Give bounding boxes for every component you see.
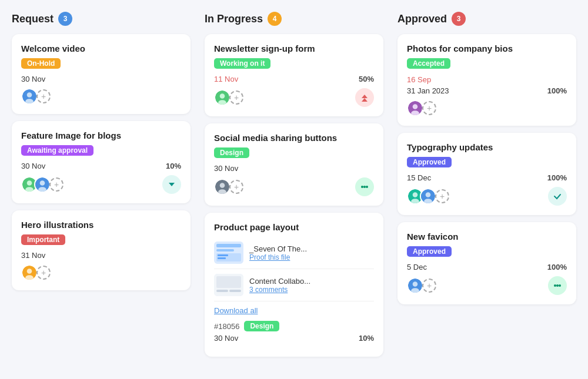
avatar xyxy=(21,264,38,281)
card-tag: Design xyxy=(214,147,249,158)
avatar xyxy=(420,188,436,204)
file-name: _Seven Of The... xyxy=(249,244,307,253)
column-title: In Progress xyxy=(205,13,263,25)
add-avatar-button[interactable]: + xyxy=(435,189,449,203)
column-title: Request xyxy=(12,13,54,25)
svg-point-35 xyxy=(413,192,418,197)
add-avatar-button[interactable]: + xyxy=(229,90,243,105)
date-row: 11 Nov 50% xyxy=(214,75,374,83)
card-feature-image: Feature Image for blogsAwaiting approval… xyxy=(12,121,191,203)
avatar xyxy=(21,88,38,105)
avatars-group: + xyxy=(214,89,243,106)
svg-point-16 xyxy=(220,183,225,188)
svg-point-43 xyxy=(554,284,556,287)
card-title: Feature Image for blogs xyxy=(21,130,181,140)
card-new-favicon: New faviconApproved 5 Dec 100% + xyxy=(397,222,576,304)
svg-point-38 xyxy=(426,192,431,197)
kanban-board: Request 3 Welcome videoOn-Hold 30 Nov + … xyxy=(12,12,576,364)
card-date: 5 Dec xyxy=(407,263,427,271)
svg-point-41 xyxy=(413,281,418,287)
card-percent: 50% xyxy=(359,75,374,83)
status-icon xyxy=(548,187,567,206)
avatar xyxy=(407,277,423,294)
column-title: Approved xyxy=(397,13,447,25)
svg-point-14 xyxy=(218,100,226,105)
card-percent: 10% xyxy=(166,162,181,170)
avatars-group: + xyxy=(407,100,436,116)
card-newsletter-form: Newsletter sign-up formWorking on it 11 … xyxy=(205,34,383,116)
add-avatar-button[interactable]: + xyxy=(36,266,51,280)
svg-rect-23 xyxy=(216,249,234,251)
date-row: 5 Dec 100% xyxy=(407,263,567,271)
card-percent: 10% xyxy=(359,334,374,343)
card-typography: Typography updatesApproved 15 Dec 100% + xyxy=(397,133,576,215)
svg-rect-30 xyxy=(229,290,241,292)
column-header: Request 3 xyxy=(12,12,191,26)
card-title: Hero illustrations xyxy=(21,220,181,230)
avatar xyxy=(214,179,230,195)
card-date: 15 Dec xyxy=(407,173,431,182)
add-avatar-button[interactable]: + xyxy=(229,180,243,194)
card-tag: Working on it xyxy=(214,58,270,69)
add-avatar-button[interactable]: + xyxy=(36,89,51,103)
file-row: Content Collabo... 3 comments xyxy=(214,269,374,301)
svg-point-8 xyxy=(38,187,46,192)
svg-point-10 xyxy=(27,269,32,274)
svg-point-44 xyxy=(556,284,559,287)
avatars-group: + xyxy=(407,277,436,294)
svg-point-18 xyxy=(361,186,363,188)
card-tag: Accepted xyxy=(407,58,450,69)
svg-point-7 xyxy=(40,180,45,186)
card-date: 30 Nov xyxy=(214,334,238,343)
add-avatar-button[interactable]: + xyxy=(422,279,436,293)
date-row: 31 Nov xyxy=(21,251,181,260)
card-date2: 31 Jan 2023 xyxy=(407,86,449,95)
avatars-row: + xyxy=(407,100,567,116)
card-tag: Important xyxy=(21,234,65,245)
add-avatar-button[interactable]: + xyxy=(422,101,436,115)
status-icon xyxy=(355,177,374,196)
avatars-group: + xyxy=(21,264,51,281)
file-thumb xyxy=(214,274,243,296)
card-title: Social media sharing buttons xyxy=(214,133,374,143)
card-date: 30 Nov xyxy=(214,164,238,173)
column-badge: 4 xyxy=(268,12,282,26)
column-badge: 3 xyxy=(58,12,72,26)
avatars-row: + xyxy=(21,88,181,105)
svg-point-4 xyxy=(27,180,32,186)
avatars-row: + xyxy=(214,88,374,107)
card-product-page: Product page layout _Seven Of The... Pro… xyxy=(205,213,383,357)
file-action[interactable]: Proof this file xyxy=(249,253,307,261)
avatars-row: + xyxy=(21,264,181,281)
svg-rect-25 xyxy=(218,254,228,256)
svg-rect-22 xyxy=(216,244,241,247)
avatar xyxy=(34,176,51,193)
card-tag: Approved xyxy=(407,157,452,167)
svg-rect-26 xyxy=(218,257,226,259)
file-thumb xyxy=(214,242,243,264)
card-welcome-video: Welcome videoOn-Hold 30 Nov + xyxy=(12,34,191,114)
svg-point-1 xyxy=(27,92,32,98)
card-title: New favicon xyxy=(407,232,567,242)
add-avatar-button[interactable]: + xyxy=(49,177,64,192)
card-date-red: 16 Sep xyxy=(407,75,431,84)
card-title: Product page layout xyxy=(214,222,374,232)
card-title: Photos for company bios xyxy=(407,43,567,53)
ticket-row: #18056 Design xyxy=(214,321,374,331)
avatars-group: + xyxy=(21,176,64,193)
date-row: 30 Nov 10% xyxy=(21,162,181,170)
svg-point-2 xyxy=(25,99,34,104)
svg-point-17 xyxy=(218,189,226,194)
date-row: 30 Nov 10% xyxy=(214,334,374,343)
avatars-group: + xyxy=(214,179,243,195)
ticket-tag: Design xyxy=(244,321,279,331)
card-percent: 100% xyxy=(547,263,567,271)
file-action[interactable]: 3 comments xyxy=(249,286,310,294)
svg-point-5 xyxy=(25,187,34,192)
avatars-row: + xyxy=(407,187,567,206)
file-name: Content Collabo... xyxy=(249,277,310,286)
svg-point-32 xyxy=(413,104,418,109)
date-row: 15 Dec 100% xyxy=(407,173,567,182)
svg-point-42 xyxy=(411,288,419,293)
download-all-link[interactable]: Download all xyxy=(214,306,258,315)
